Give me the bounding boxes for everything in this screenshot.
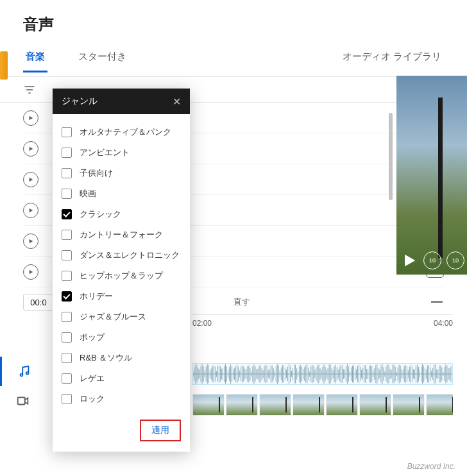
checkbox-icon[interactable]: [62, 189, 72, 199]
forward-10-icon[interactable]: 10: [446, 251, 464, 269]
genre-option[interactable]: ポップ: [62, 327, 182, 348]
checkbox-icon[interactable]: [62, 373, 72, 384]
page-title: 音声: [0, 0, 467, 46]
scroll-indicator[interactable]: [389, 113, 393, 200]
timeline-thumbnail[interactable]: [326, 394, 358, 416]
genre-label: レゲエ: [80, 373, 105, 384]
genre-label: カントリー＆フォーク: [80, 229, 163, 241]
tool-video[interactable]: [0, 386, 46, 416]
checkbox-icon[interactable]: [62, 353, 72, 363]
popup-title: ジャンル: [62, 96, 98, 107]
thumbnail-strip[interactable]: [192, 394, 453, 416]
genre-option[interactable]: R&B ＆ソウル: [62, 348, 182, 368]
replay-10-icon[interactable]: 10: [423, 251, 441, 269]
scrub-mid-label: 直す: [234, 296, 250, 308]
timeline-ruler[interactable]: 02:00 04:00: [192, 314, 453, 332]
genre-option[interactable]: ロック: [62, 389, 182, 409]
timeline-thumbnail[interactable]: [426, 394, 453, 416]
side-tools: [0, 357, 46, 416]
genre-option[interactable]: 映画: [62, 183, 182, 204]
genre-label: ロック: [80, 393, 105, 405]
left-edge-stub: [0, 51, 8, 80]
genre-label: ホリデー: [80, 291, 113, 302]
genre-label: クラシック: [80, 208, 121, 220]
tab-starred[interactable]: スター付き: [76, 51, 129, 72]
popup-body: オルタナティブ＆パンクアンビエント子供向け映画クラシックカントリー＆フォークダン…: [53, 114, 190, 412]
tab-music[interactable]: 音楽: [23, 51, 47, 72]
genre-option[interactable]: アンビエント: [62, 142, 182, 163]
checkbox-icon[interactable]: [62, 230, 72, 240]
svg-point-0: [20, 374, 22, 377]
genre-option[interactable]: クラシック: [62, 204, 182, 225]
checkbox-icon[interactable]: [62, 394, 72, 404]
filter-icon[interactable]: [23, 83, 36, 96]
checkbox-icon[interactable]: [62, 148, 72, 158]
play-button[interactable]: [23, 172, 38, 187]
apply-button[interactable]: 適用: [140, 420, 181, 441]
checkbox-icon[interactable]: [62, 312, 72, 322]
tab-audio-library[interactable]: オーディオ ライブラリ: [340, 51, 444, 72]
svg-point-1: [26, 372, 28, 375]
genre-option[interactable]: ヒップホップ＆ラップ: [62, 266, 182, 286]
play-button[interactable]: [23, 264, 38, 280]
popup-header: ジャンル ✕: [53, 89, 190, 114]
play-button[interactable]: [23, 203, 38, 218]
time-input[interactable]: [23, 294, 54, 310]
genre-label: オルタナティブ＆パンク: [80, 126, 171, 138]
video-preview[interactable]: 10 10: [396, 76, 467, 275]
timeline-thumbnail[interactable]: [192, 394, 225, 416]
timeline-thumbnail[interactable]: [393, 394, 425, 416]
genre-popup: ジャンル ✕ オルタナティブ＆パンクアンビエント子供向け映画クラシックカントリー…: [53, 89, 190, 452]
checkbox-icon[interactable]: [62, 271, 72, 281]
checkbox-icon[interactable]: [62, 291, 72, 302]
genre-label: ダンス＆エレクトロニック: [80, 250, 180, 261]
ruler-tick: 04:00: [434, 319, 453, 332]
genre-option[interactable]: オルタナティブ＆パンク: [62, 122, 182, 142]
timeline-thumbnail[interactable]: [359, 394, 391, 416]
play-button[interactable]: [23, 110, 38, 126]
genre-label: アンビエント: [80, 147, 130, 158]
tool-music[interactable]: [0, 357, 46, 386]
genre-label: ポップ: [80, 332, 105, 343]
genre-option[interactable]: ジャズ＆ブルース: [62, 307, 182, 327]
genre-label: 映画: [80, 188, 96, 200]
checkbox-icon[interactable]: [62, 209, 72, 219]
checkbox-icon[interactable]: [62, 168, 72, 178]
genre-option[interactable]: 子供向け: [62, 163, 182, 183]
footer-credit: Buzzword Inc.: [407, 462, 455, 471]
svg-rect-2: [18, 398, 25, 405]
close-icon[interactable]: ✕: [173, 96, 181, 108]
genre-label: ヒップホップ＆ラップ: [80, 270, 163, 282]
play-icon[interactable]: [400, 251, 418, 269]
ruler-tick: 02:00: [192, 319, 212, 332]
play-button[interactable]: [23, 141, 38, 157]
play-button[interactable]: [23, 234, 38, 249]
checkbox-icon[interactable]: [62, 250, 72, 260]
genre-option[interactable]: ホリデー: [62, 286, 182, 307]
genre-option[interactable]: レゲエ: [62, 368, 182, 389]
genre-option[interactable]: カントリー＆フォーク: [62, 225, 182, 245]
genre-label: 子供向け: [80, 167, 113, 179]
genre-label: ジャズ＆ブルース: [80, 311, 146, 323]
timeline-thumbnail[interactable]: [226, 394, 258, 416]
checkbox-icon[interactable]: [62, 127, 72, 137]
timeline-thumbnail[interactable]: [293, 394, 325, 416]
waveform[interactable]: [192, 363, 453, 385]
checkbox-icon[interactable]: [62, 332, 72, 343]
timeline-thumbnail[interactable]: [259, 394, 291, 416]
genre-option[interactable]: ダンス＆エレクトロニック: [62, 245, 182, 266]
tab-bar: 音楽 スター付き オーディオ ライブラリ: [0, 46, 467, 77]
genre-label: R&B ＆ソウル: [80, 352, 132, 364]
drag-handle-icon[interactable]: [430, 299, 444, 305]
video-controls: 10 10: [400, 251, 464, 269]
